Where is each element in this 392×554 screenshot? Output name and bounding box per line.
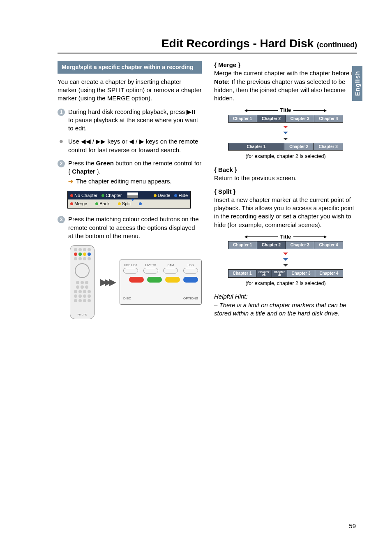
chap-cell: Chapter 3 xyxy=(286,115,315,123)
step2-result: The chapter editing menu appears. xyxy=(76,177,172,185)
step2-c: }. xyxy=(95,168,101,175)
left-right-icon: ◀ / ▶ xyxy=(129,138,144,145)
step-number-1: 1 xyxy=(58,109,65,116)
device-panel-icon: HDD LIST LIVE TV CAM USB DISC OPTIONS xyxy=(120,260,202,305)
hint-heading: Helpful Hint: xyxy=(214,292,357,301)
chap-cell: Chapter 1 xyxy=(228,241,257,249)
step2-chapter: Chapter xyxy=(72,168,95,175)
merge-option-head: Merge xyxy=(214,61,240,68)
device-cam: CAM xyxy=(168,264,174,267)
chap-cell-split-b: Chapter 2b xyxy=(272,270,288,277)
osd-merge: Merge xyxy=(74,201,87,207)
osd-back: Back xyxy=(99,201,109,207)
osd-chapter-menu: No Chapter Chapter Divide Hide Merge Bac… xyxy=(67,191,191,209)
page-content: Edit Recordings - Hard Disk (continued) … xyxy=(0,0,392,336)
chap-cell: Chapter 2 xyxy=(284,143,314,151)
page-number: 59 xyxy=(349,522,356,529)
chap-cell-selected: Chapter 2 xyxy=(257,115,286,123)
chap-cell: Chapter 4 xyxy=(315,270,343,277)
yellow-dot-icon xyxy=(154,194,157,197)
chap-cell: Chapter 3 xyxy=(314,143,343,151)
device-red-button xyxy=(129,277,144,283)
green-dot-icon xyxy=(95,202,98,205)
step2-green: Green xyxy=(96,160,114,167)
chap-cell: Chapter 3 xyxy=(287,270,315,277)
device-usb: USB xyxy=(188,264,194,267)
osd-hide: Hide xyxy=(178,192,188,199)
note-body: If the previous chapter was selected to … xyxy=(214,78,346,102)
step3-text: Press the matching colour coded buttons … xyxy=(68,215,202,240)
step1-text-a: During hard disk recording playback, pre… xyxy=(68,108,187,115)
split-option-head: Split xyxy=(214,188,236,195)
step-number-3: 3 xyxy=(58,216,65,223)
note-label: Note: xyxy=(214,78,230,85)
language-tab: English xyxy=(352,66,362,101)
title-continued: (continued) xyxy=(317,41,357,49)
merge-diagram-caption: (for example, chapter 2 is selected) xyxy=(214,153,357,160)
left-column: Merge/split a specific chapter within a … xyxy=(58,61,202,319)
yellow-dot-icon xyxy=(118,202,121,205)
diagram-title: Title xyxy=(280,233,291,241)
osd-divide: Divide xyxy=(158,192,171,199)
red-dot-icon xyxy=(70,202,73,205)
device-blue-button xyxy=(183,277,198,283)
osd-no-chapter: No Chapter xyxy=(74,192,97,199)
merge-option-body: Merge the current chapter with the chapt… xyxy=(214,69,357,77)
device-yellow-button xyxy=(165,277,180,283)
diagram-title: Title xyxy=(280,107,291,114)
chap-cell: Chapter 1 xyxy=(228,270,256,277)
right-column: Merge Merge the current chapter with the… xyxy=(214,61,357,319)
device-options: OPTIONS xyxy=(183,297,198,301)
step-3: 3 Press the matching colour coded button… xyxy=(58,215,202,240)
rewind-forward-icon: ◀◀ / ▶▶ xyxy=(81,138,106,145)
pause-indicator-icon xyxy=(127,192,138,198)
device-disc: DISC xyxy=(123,297,131,301)
merge-diagram: Title Chapter 1 Chapter 2 Chapter 3 Chap… xyxy=(214,107,357,151)
bullet-a: Use xyxy=(68,138,81,145)
blue-dot-icon xyxy=(139,202,142,205)
step-number-2: 2 xyxy=(58,160,65,167)
device-live: LIVE TV xyxy=(145,264,156,267)
page-title: Edit Recordings - Hard Disk (continued) xyxy=(58,37,357,53)
hint-body: – There is a limit on chapter markers th… xyxy=(214,301,357,318)
step1-text-b: to pause playback at the scene where you… xyxy=(68,116,198,132)
split-option-body: Insert a new chapter marker at the curre… xyxy=(214,196,357,229)
step-2: 2 Press the Green button on the remote c… xyxy=(58,159,202,186)
result-arrow-icon: ➔ xyxy=(68,177,74,185)
remote-control-icon: PHILIPS xyxy=(70,245,95,319)
chap-cell-split-a: Chapter 2a xyxy=(256,270,272,277)
split-diagram-caption: (for example, chapter 2 is selected) xyxy=(214,280,357,287)
chap-cell-selected: Chapter 2 xyxy=(257,241,286,249)
chap-cell: Chapter 4 xyxy=(314,115,343,123)
section-subheader: Merge/split a specific chapter within a … xyxy=(58,61,202,74)
step-1: 1 During hard disk recording playback, p… xyxy=(58,108,202,133)
split-diagram: Title Chapter 1 Chapter 2 Chapter 3 Chap… xyxy=(214,233,357,278)
red-dot-icon xyxy=(70,194,73,197)
device-hdd: HDD LIST xyxy=(124,264,137,267)
back-option-body: Return to the previous screen. xyxy=(214,174,357,182)
bullet-step: ● Use ◀◀ / ▶▶ keys or ◀ / ▶ keys on the … xyxy=(58,137,202,154)
blue-dot-icon xyxy=(174,194,177,197)
chap-cell: Chapter 3 xyxy=(286,241,315,249)
chap-cell-merged: Chapter 1 xyxy=(228,143,284,151)
green-dot-icon xyxy=(101,194,104,197)
device-green-button xyxy=(147,277,162,283)
bullet-icon: ● xyxy=(58,137,65,154)
chap-cell: Chapter 1 xyxy=(228,115,257,123)
step2-a: Press the xyxy=(68,160,96,167)
hardware-illustration: PHILIPS ▶▶▶ HDD LIST LIVE TV CAM USB xyxy=(70,245,202,319)
pointing-arrow-icon: ▶▶▶ xyxy=(100,276,114,288)
remote-brand: PHILIPS xyxy=(77,313,87,316)
intro-paragraph: You can create a chapter by inserting ch… xyxy=(58,78,202,103)
play-pause-icon: ▶II xyxy=(187,108,195,115)
bullet-mid: keys or xyxy=(106,138,129,145)
back-option-head: Back xyxy=(214,166,237,173)
title-main: Edit Recordings - Hard Disk xyxy=(161,37,314,50)
osd-split: Split xyxy=(122,201,131,207)
osd-chapter: Chapter xyxy=(106,192,122,199)
chap-cell: Chapter 4 xyxy=(314,241,343,249)
